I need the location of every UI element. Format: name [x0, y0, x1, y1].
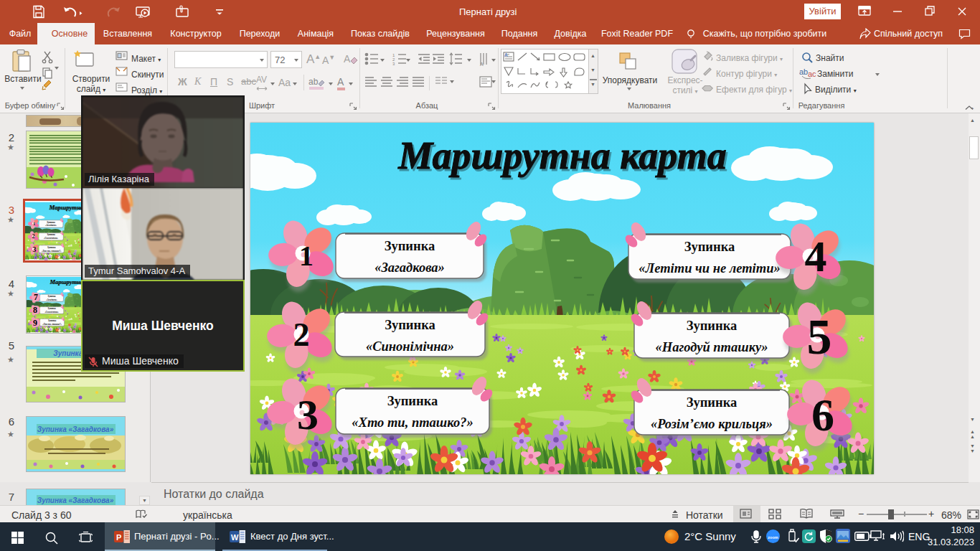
svg-text:«Нагодуй пташку»: «Нагодуй пташку» [656, 340, 768, 354]
svg-text:«Хто ти, пташко?»: «Хто ти, пташко?» [352, 415, 473, 430]
svg-text:Зупинка «Загадкова»: Зупинка «Загадкова» [37, 496, 114, 504]
svg-text:Зупинка: Зупинка [387, 394, 438, 408]
svg-text:Зупинка: Зупинка [687, 395, 738, 410]
svg-text:Маршрутна карта: Маршрутна карта [397, 134, 726, 177]
svg-text:Зупинка: Зупинка [385, 318, 435, 332]
svg-text:ab: ab [799, 67, 808, 76]
svg-text:A: A [504, 52, 508, 57]
svg-text:ab: ab [308, 77, 319, 87]
svg-text:Зупинка «Загадкова»: Зупинка «Загадкова» [37, 425, 114, 433]
svg-text:Зупинка: Зупинка [385, 239, 435, 253]
svg-text:W: W [231, 533, 239, 542]
svg-text:A: A [480, 62, 484, 67]
svg-text:«Загадкова»: «Загадкова» [374, 260, 445, 275]
svg-text:5: 5 [807, 309, 832, 364]
svg-text:6: 6 [811, 390, 834, 441]
svg-text:4: 4 [805, 232, 827, 281]
svg-text:P: P [116, 533, 121, 542]
svg-text:«Синонімічна»: «Синонімічна» [366, 339, 454, 354]
svg-text:Зупинка: Зупинка [687, 319, 738, 333]
svg-text:3: 3 [392, 62, 395, 66]
svg-text:«Розім’ємо крильця»: «Розім’ємо крильця» [651, 417, 773, 431]
svg-text:Зупинка: Зупинка [684, 240, 735, 254]
svg-text:zoom: zoom [768, 535, 778, 540]
svg-text:3: 3 [297, 391, 319, 438]
svg-text:1: 1 [299, 240, 314, 272]
svg-text:A: A [344, 53, 351, 65]
svg-text:«Летіти чи не летіти»: «Летіти чи не летіти» [639, 261, 780, 276]
svg-text:2: 2 [293, 316, 310, 353]
svg-text:ac: ac [808, 70, 816, 78]
